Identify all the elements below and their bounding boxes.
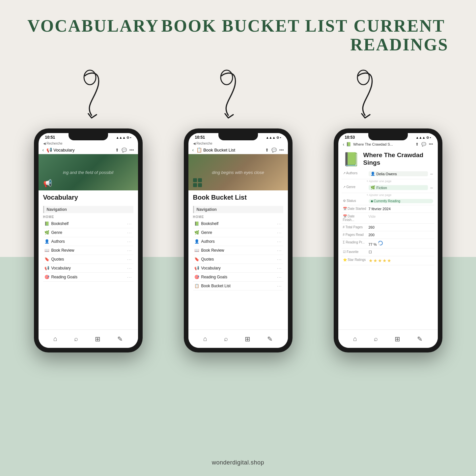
arrows-row	[0, 66, 476, 125]
more-icon-2[interactable]: •••	[279, 148, 284, 153]
add-page-genre[interactable]: + Ajouter une page	[342, 193, 434, 197]
cover-text-1: ing and the field of possibil	[60, 170, 117, 175]
search-tab-1[interactable]: ⌕	[74, 335, 78, 343]
home-label-2: HOME	[193, 215, 283, 219]
inbox-tab-3[interactable]: ⊞	[395, 335, 400, 343]
time-3: 10:53	[345, 135, 355, 140]
nav-section-1: Navigation	[43, 206, 133, 213]
book-title-large: Where The Crawdad Sings	[363, 152, 433, 167]
nav-back-arrow-1[interactable]: ‹	[42, 147, 44, 153]
svg-point-0	[84, 70, 96, 85]
back-nav-3[interactable]: ‹ 📗 Where The Crawdad S... ⬆ 💬 •••	[338, 141, 438, 148]
status-icons-3: ▲▲▲ ⊙ ▪	[416, 136, 431, 139]
prop-star-ratings: ⭐ Star Ratings ★★★★★	[342, 256, 434, 265]
book-icon-large: 📗	[343, 152, 359, 167]
nav-item-2-4[interactable]: 🔖Quotes···	[193, 255, 283, 264]
cover-grid-2	[193, 178, 202, 187]
nav-item-6[interactable]: 🎯Reading Goals···	[43, 273, 133, 282]
prop-value-genre: 🌿 Fiction	[369, 185, 428, 190]
time-1: 10:51	[45, 135, 55, 140]
inbox-tab-1[interactable]: ⊞	[95, 335, 100, 343]
prop-minus-genre[interactable]: −	[430, 185, 433, 191]
nav-item-5[interactable]: 📢Vocabulary···	[43, 264, 133, 273]
prop-status: ⚙ Status Currently Reading	[342, 197, 434, 205]
tab-bar-1: ⌂ ⌕ ⊞ ✎	[39, 329, 138, 348]
share-icon-1[interactable]: ⬆	[115, 148, 119, 153]
phone-book-bucket-list: 10:51 ▲▲▲ ⊙ ▪ ◀ Recherche ‹ 📋 Book Bucke…	[184, 128, 293, 352]
tab-bar-2: ⌂ ⌕ ⊞ ✎	[188, 329, 288, 348]
nav-item-4[interactable]: 🔖Quotes···	[43, 255, 133, 264]
prop-date-started: 📅 Date Started 7 février 2024	[342, 205, 434, 213]
svg-point-1	[221, 70, 233, 85]
nav-items-1: 📗Bookshelf···🌿Genre···👤Authors···📖Book R…	[43, 219, 133, 282]
home-tab-1[interactable]: ⌂	[53, 335, 57, 343]
label-book-bucket-list: BOOK BUCKET LIST	[161, 16, 348, 35]
page-title-2: Book Bucket List	[193, 194, 283, 201]
prop-label-star-ratings: ⭐ Star Ratings	[343, 258, 367, 262]
nav-back-arrow-2[interactable]: ‹	[192, 147, 194, 153]
message-icon-1[interactable]: 💬	[122, 148, 127, 153]
prop-genre: ↗ Genre 🌿 Fiction −	[342, 183, 434, 193]
nav-item-2-7[interactable]: 📋Book Bucket List···	[193, 282, 283, 291]
prop-value-reading-progress: 77 %	[369, 240, 433, 246]
share-icon-2[interactable]: ⬆	[265, 148, 269, 153]
nav-item-2-2[interactable]: 👤Authors···	[193, 237, 283, 246]
search-tab-3[interactable]: ⌕	[374, 335, 378, 343]
phone-vocabulary: 10:51 ▲▲▲ ⊙ ▪ ◀ Recherche ‹ 📢 Vocabulary…	[34, 128, 143, 352]
more-icon-3[interactable]: •••	[429, 142, 433, 147]
nav-item-2-3[interactable]: 📖Book Review···	[193, 246, 283, 255]
nav-section-2: Navigation	[193, 206, 283, 213]
phones-row: 10:51 ▲▲▲ ⊙ ▪ ◀ Recherche ‹ 📢 Vocabulary…	[0, 128, 476, 352]
back-nav-1[interactable]: ◀ Recherche	[39, 141, 138, 146]
label-vocabulary: VOCABULARY	[27, 16, 159, 35]
nav-item-3[interactable]: 📖Book Review···	[43, 246, 133, 255]
page-content-2: Book Bucket List Navigation HOME 📗Booksh…	[188, 190, 288, 294]
more-icon-1[interactable]: •••	[129, 148, 134, 153]
prop-label-reading-progress: Σ Reading Pr...	[343, 240, 367, 244]
progress-circle	[378, 240, 383, 246]
message-icon-2[interactable]: 💬	[271, 148, 277, 153]
nav-item-2-6[interactable]: 🎯Reading Goals···	[193, 273, 283, 282]
search-tab-2[interactable]: ⌕	[224, 335, 228, 343]
share-icon-3[interactable]: ⬆	[415, 142, 419, 147]
time-2: 10:51	[195, 135, 205, 140]
prop-label-date-started: 📅 Date Started	[343, 207, 367, 210]
book-detail-header: 📗 Where The Crawdad Sings	[338, 148, 438, 170]
add-page-authors[interactable]: + Ajouter une page	[342, 179, 434, 183]
nav-item-2-0[interactable]: 📗Bookshelf···	[193, 219, 283, 228]
prop-label-genre: ↗ Genre	[343, 185, 367, 189]
home-tab-2[interactable]: ⌂	[203, 335, 207, 343]
arrow-3	[345, 66, 405, 125]
nav-item-2-5[interactable]: 📢Vocabulary···	[193, 264, 283, 273]
home-tab-3[interactable]: ⌂	[353, 335, 357, 343]
inbox-tab-2[interactable]: ⊞	[245, 335, 250, 343]
status-icons-2: ▲▲▲ ⊙ ▪	[266, 136, 281, 139]
nav-item-1[interactable]: 🌿Genre···	[43, 228, 133, 237]
prop-date-finish: 📅 Date Finish... Vide	[342, 213, 434, 224]
edit-tab-3[interactable]: ✎	[417, 335, 423, 343]
back-nav-2[interactable]: ◀ Recherche	[188, 141, 288, 146]
edit-tab-2[interactable]: ✎	[267, 335, 273, 343]
cover-text-2: ding begins with eyes close	[209, 170, 267, 175]
prop-value-star-ratings: ★★★★★	[369, 258, 433, 263]
message-icon-3[interactable]: 💬	[421, 142, 426, 147]
prop-value-date-finish: Vide	[369, 214, 433, 218]
prop-value-authors: 👤 Delia Owens	[369, 171, 428, 176]
nav-item-2[interactable]: 👤Authors···	[43, 237, 133, 246]
phone-current-readings: 10:53 ▲▲▲ ⊙ ▪ ‹ 📗 Where The Crawdad S...…	[334, 128, 442, 352]
cover-bookmark-1: 📢	[43, 179, 52, 188]
nav-item-2-1[interactable]: 🌿Genre···	[193, 228, 283, 237]
book-properties: ↗ Authors 👤 Delia Owens − + Ajouter une …	[338, 170, 438, 265]
nav-title-1: Vocabulary	[53, 148, 74, 153]
arrow-1	[72, 66, 131, 125]
arrow-2	[209, 66, 268, 125]
notch-1	[69, 133, 108, 140]
edit-tab-1[interactable]: ✎	[117, 335, 123, 343]
header-labels: VOCABULARY BOOK BUCKET LIST CURRENTREADI…	[0, 16, 476, 54]
prop-favorite: ☑ Favorite ☐	[342, 248, 434, 256]
prop-minus-authors[interactable]: −	[430, 171, 433, 177]
page-title-1: Vocabulary	[43, 194, 133, 201]
page-content-1: Vocabulary Navigation HOME 📗Bookshelf···…	[39, 190, 138, 285]
prop-authors: ↗ Authors 👤 Delia Owens −	[342, 170, 434, 179]
nav-item-0[interactable]: 📗Bookshelf···	[43, 219, 133, 228]
